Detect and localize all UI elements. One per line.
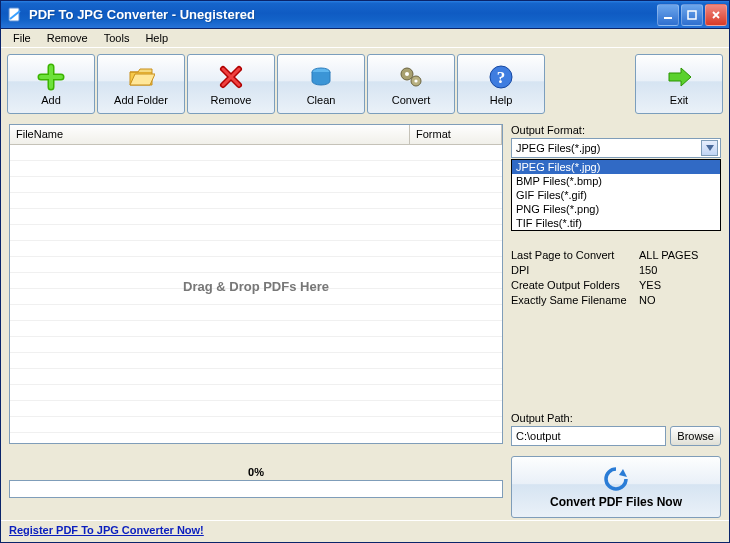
x-icon (216, 62, 246, 92)
progress-bar (9, 480, 503, 498)
setting-row-samefilename[interactable]: Exactly Same Filename NO (511, 293, 721, 308)
setting-createfolders-val: YES (639, 278, 661, 293)
setting-samefilename-val: NO (639, 293, 656, 308)
output-format-label: Output Format: (511, 124, 721, 136)
setting-lastpage-val: ALL PAGES (639, 248, 698, 263)
setting-dpi-key: DPI (511, 263, 639, 278)
menu-file[interactable]: File (5, 30, 39, 46)
convert-now-button[interactable]: Convert PDF Files Now (511, 456, 721, 518)
add-folder-label: Add Folder (114, 94, 168, 106)
file-list[interactable]: FileName Format Drag & Drop PDFs Here (9, 124, 503, 444)
clean-icon (306, 62, 336, 92)
remove-label: Remove (211, 94, 252, 106)
titlebar: PDF To JPG Converter - Unegistered (1, 1, 729, 29)
progress-block: 0% (9, 466, 503, 498)
maximize-button[interactable] (681, 4, 703, 26)
output-format-dropdown[interactable]: JPEG Files(*.jpg) BMP Files(*.bmp) GIF F… (511, 159, 721, 231)
footer: Register PDF To JPG Converter Now! (1, 520, 729, 542)
option-bmp[interactable]: BMP Files(*.bmp) (512, 174, 720, 188)
gears-icon (396, 62, 426, 92)
output-format-combobox[interactable]: JPEG Files(*.jpg) (511, 138, 721, 158)
folder-icon (126, 62, 156, 92)
browse-button[interactable]: Browse (670, 426, 721, 446)
help-icon: ? (486, 62, 516, 92)
file-list-body[interactable]: Drag & Drop PDFs Here (10, 145, 502, 443)
setting-dpi-val: 150 (639, 263, 657, 278)
svg-rect-1 (664, 17, 672, 19)
chevron-down-icon[interactable] (701, 140, 718, 156)
svg-point-7 (414, 79, 417, 82)
settings-box: Last Page to Convert ALL PAGES DPI 150 C… (511, 248, 721, 308)
toolbar: Add Add Folder Remove Clean (1, 48, 729, 120)
file-list-header: FileName Format (10, 125, 502, 145)
svg-text:?: ? (497, 68, 506, 87)
progress-percent: 0% (9, 466, 503, 478)
convert-button[interactable]: Convert (367, 54, 455, 114)
column-format[interactable]: Format (410, 125, 502, 144)
svg-rect-2 (688, 11, 696, 19)
option-gif[interactable]: GIF Files(*.gif) (512, 188, 720, 202)
exit-button[interactable]: Exit (635, 54, 723, 114)
app-icon (7, 7, 23, 23)
output-path-row: Browse (511, 426, 721, 446)
output-format-value: JPEG Files(*.jpg) (516, 142, 600, 154)
refresh-icon (603, 466, 629, 492)
drop-hint: Drag & Drop PDFs Here (10, 279, 502, 294)
add-folder-button[interactable]: Add Folder (97, 54, 185, 114)
option-jpeg[interactable]: JPEG Files(*.jpg) (512, 160, 720, 174)
add-label: Add (41, 94, 61, 106)
main-area: FileName Format Drag & Drop PDFs Here 0%… (1, 120, 729, 520)
clean-label: Clean (307, 94, 336, 106)
setting-lastpage-key: Last Page to Convert (511, 248, 639, 263)
convert-label: Convert (392, 94, 431, 106)
convert-now-label: Convert PDF Files Now (550, 495, 682, 509)
column-filename[interactable]: FileName (10, 125, 410, 144)
help-label: Help (490, 94, 513, 106)
setting-row-lastpage[interactable]: Last Page to Convert ALL PAGES (511, 248, 721, 263)
output-path-input[interactable] (511, 426, 666, 446)
setting-row-dpi[interactable]: DPI 150 (511, 263, 721, 278)
svg-point-5 (405, 72, 409, 76)
help-button[interactable]: ? Help (457, 54, 545, 114)
menu-remove[interactable]: Remove (39, 30, 96, 46)
plus-icon (36, 62, 66, 92)
arrow-right-icon (664, 62, 694, 92)
close-button[interactable] (705, 4, 727, 26)
window-buttons (657, 4, 727, 26)
right-pane: Output Format: JPEG Files(*.jpg) JPEG Fi… (511, 124, 721, 518)
exit-label: Exit (670, 94, 688, 106)
setting-createfolders-key: Create Output Folders (511, 278, 639, 293)
menu-help[interactable]: Help (137, 30, 176, 46)
register-link[interactable]: Register PDF To JPG Converter Now! (9, 524, 204, 536)
minimize-button[interactable] (657, 4, 679, 26)
output-path-label: Output Path: (511, 412, 721, 424)
add-button[interactable]: Add (7, 54, 95, 114)
setting-row-createfolders[interactable]: Create Output Folders YES (511, 278, 721, 293)
menu-tools[interactable]: Tools (96, 30, 138, 46)
menubar: File Remove Tools Help (1, 29, 729, 48)
option-tif[interactable]: TIF Files(*.tif) (512, 216, 720, 230)
window-title: PDF To JPG Converter - Unegistered (29, 7, 657, 22)
setting-samefilename-key: Exactly Same Filename (511, 293, 639, 308)
clean-button[interactable]: Clean (277, 54, 365, 114)
remove-button[interactable]: Remove (187, 54, 275, 114)
left-pane: FileName Format Drag & Drop PDFs Here 0% (9, 124, 503, 518)
option-png[interactable]: PNG Files(*.png) (512, 202, 720, 216)
